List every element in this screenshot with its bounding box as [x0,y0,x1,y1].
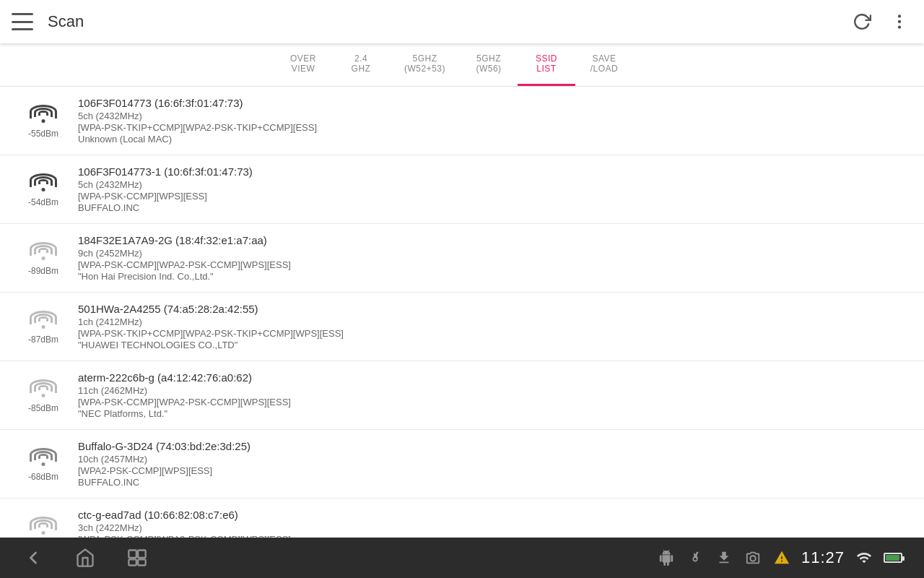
wifi-ssid: 184F32E1A7A9-2G (18:4f:32:e1:a7:aa) [78,234,902,246]
list-item[interactable]: -85dBm aterm-222c6b-g (a4:12:42:76:a0:62… [0,361,924,430]
wifi-channel: 3ch (2422MHz) [78,522,902,533]
wifi-ssid: 106F3F014773-1 (10:6f:3f:01:47:73) [78,165,902,178]
wifi-details: aterm-222c6b-g (a4:12:42:76:a0:62) 11ch … [72,371,902,419]
back-button[interactable] [22,546,45,569]
wifi-ssid: 501HWa-2A4255 (74:a5:28:2a:42:55) [78,303,902,315]
tab-2.4ghz[interactable]: 2.4GHZ [332,43,390,86]
bottom-bar: 11:27 [0,538,924,578]
tab-save-load[interactable]: SAVE/LOAD [575,43,633,86]
wifi-icon-col: -68dBm [14,440,72,482]
tab-5ghz-w56[interactable]: 5GHZ(W56) [460,43,518,86]
wifi-channel: 10ch (2457MHz) [78,454,902,465]
wifi-vendor: "Hon Hai Precision Ind. Co.,Ltd." [78,271,902,282]
wifi-vendor: "NEC Platforms, Ltd." [78,408,902,419]
app-bar: Scan [0,0,924,43]
wifi-icon-col: -54dBm [14,165,72,207]
wifi-icon-col: -87dBm [14,303,72,345]
bottom-nav-left [22,546,149,569]
wifi-details: 106F3F014773-1 (10:6f:3f:01:47:73) 5ch (… [72,165,902,213]
wifi-vendor: Unknown (Local MAC) [78,134,902,144]
warning-icon [772,548,791,567]
screenshot-icon [744,548,762,567]
content-area: -55dBm 106F3F014773 (16:6f:3f:01:47:73) … [0,87,924,543]
wifi-security: [WPA-PSK-TKIP+CCMP][WPA2-PSK-TKIP+CCMP][… [78,122,902,133]
app-bar-actions [849,9,912,35]
wifi-security: [WPA2-PSK-CCMP][WPS][ESS] [78,465,902,476]
list-item[interactable]: -54dBm 106F3F014773-1 (10:6f:3f:01:47:73… [0,155,924,224]
android-icon [657,548,676,567]
wifi-icon-col: -85dBm [14,371,72,413]
svg-rect-4 [138,551,146,558]
svg-rect-5 [128,559,136,565]
list-item[interactable]: -79dBm ctc-g-ead7ad (10:66:82:08:c7:e6) … [0,499,924,543]
list-item[interactable]: -55dBm 106F3F014773 (16:6f:3f:01:47:73) … [0,87,924,155]
svg-rect-3 [128,551,136,558]
status-bar-right: 11:27 [657,548,902,567]
signal-strength: -55dBm [28,129,58,139]
wifi-signal-icon [27,234,60,260]
wifi-status-icon [855,548,873,567]
download-icon [715,548,733,567]
signal-strength: -54dBm [28,197,58,207]
wifi-channel: 5ch (2432MHz) [78,179,902,190]
wifi-vendor: BUFFALO.INC [78,477,902,488]
list-item[interactable]: -87dBm 501HWa-2A4255 (74:a5:28:2a:42:55)… [0,293,924,361]
list-item[interactable]: -68dBm Buffalo-G-3D24 (74:03:bd:2e:3d:25… [0,430,924,499]
status-time: 11:27 [801,548,845,567]
svg-rect-6 [138,559,146,565]
wifi-vendor: "HUAWEI TECHNOLOGIES CO.,LTD" [78,340,902,350]
wifi-details: 184F32E1A7A9-2G (18:4f:32:e1:a7:aa) 9ch … [72,234,902,282]
wifi-channel: 5ch (2432MHz) [78,111,902,121]
refresh-button[interactable] [849,9,875,35]
wifi-signal-icon [27,165,60,191]
wifi-vendor: BUFFALO.INC [78,202,902,213]
wifi-icon-col: -89dBm [14,234,72,276]
wifi-signal-icon [27,97,60,123]
wifi-signal-icon [27,303,60,329]
tab-bar: OVERVIEW 2.4GHZ 5GHZ(W52+53) 5GHZ(W56) S… [0,43,924,87]
wifi-details: 106F3F014773 (16:6f:3f:01:47:73) 5ch (24… [72,97,902,144]
wifi-channel: 1ch (2412MHz) [78,316,902,327]
wifi-signal-icon [27,509,60,535]
app-title: Scan [48,12,849,31]
wifi-security: [WPA-PSK-TKIP+CCMP][WPA2-PSK-TKIP+CCMP][… [78,328,902,339]
list-item[interactable]: -89dBm 184F32E1A7A9-2G (18:4f:32:e1:a7:a… [0,224,924,293]
wifi-icon-col: -55dBm [14,97,72,139]
more-options-button[interactable] [886,9,912,35]
wifi-ssid: aterm-222c6b-g (a4:12:42:76:a0:62) [78,371,902,384]
wifi-ssid: 106F3F014773 (16:6f:3f:01:47:73) [78,97,902,109]
wifi-details: 501HWa-2A4255 (74:a5:28:2a:42:55) 1ch (2… [72,303,902,350]
signal-strength: -87dBm [28,335,58,345]
menu-icon[interactable] [12,13,33,30]
signal-strength: -68dBm [28,472,58,482]
tab-5ghz-w52[interactable]: 5GHZ(W52+53) [390,43,460,86]
svg-point-0 [898,14,901,17]
wifi-details: Buffalo-G-3D24 (74:03:bd:2e:3d:25) 10ch … [72,440,902,488]
signal-strength: -85dBm [28,403,58,413]
wifi-security: [WPA-PSK-CCMP][WPA2-PSK-CCMP][WPS][ESS] [78,397,902,407]
wifi-signal-icon [27,371,60,397]
battery-icon [884,548,902,567]
signal-strength: -89dBm [28,266,58,276]
svg-point-1 [898,20,901,23]
tab-overview[interactable]: OVERVIEW [274,43,332,86]
svg-point-2 [898,25,901,28]
wifi-ssid: ctc-g-ead7ad (10:66:82:08:c7:e6) [78,509,902,521]
wifi-signal-icon [27,440,60,466]
tab-ssid-list[interactable]: SSIDLIST [518,43,575,86]
usb-icon [686,548,705,567]
wifi-security: [WPA-PSK-CCMP][WPA2-PSK-CCMP][WPS][ESS] [78,259,902,270]
home-button[interactable] [74,546,97,569]
wifi-channel: 9ch (2452MHz) [78,248,902,259]
recents-button[interactable] [126,546,149,569]
wifi-ssid: Buffalo-G-3D24 (74:03:bd:2e:3d:25) [78,440,902,452]
wifi-security: [WPA-PSK-CCMP][WPS][ESS] [78,191,902,202]
wifi-channel: 11ch (2462MHz) [78,385,902,396]
